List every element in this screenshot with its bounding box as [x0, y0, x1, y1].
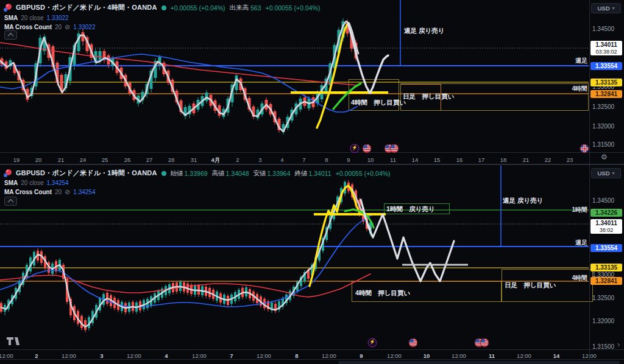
time-axis-label: 3 — [258, 156, 261, 163]
time-axis-label: 14 — [553, 352, 560, 359]
symbol-header-1h: GBPUSD・ポンド／米ドル・1時間・OANDA 始値 1.33969 高値 1… — [4, 169, 391, 178]
indicator-sma-4h[interactable]: SMA 20 close 1.33022 — [4, 15, 69, 21]
chevron-down-icon: ▾ — [612, 5, 615, 11]
price-tick: 1.31500 — [592, 141, 614, 148]
symbol-pair-logo — [4, 4, 12, 12]
price-tag-value: 1.32841 — [590, 90, 622, 98]
time-axis-label: 4 — [165, 352, 168, 359]
horizontal-scrollbar[interactable] — [338, 361, 620, 364]
low-value: 1.33964 — [268, 170, 291, 177]
indicator-macross-4h[interactable]: MA Cross Count 20 ⊘ 1.33022 — [4, 23, 95, 31]
time-axis-label: 3 — [100, 352, 103, 359]
price-tag-value: 1.33554 — [590, 244, 622, 252]
currency-select-4h[interactable]: USD ▾ — [591, 3, 621, 13]
us-event-icon[interactable] — [390, 144, 399, 153]
timeframe-level-label: 1時間 — [572, 206, 587, 214]
price-tag-countdown: 38:02 — [590, 227, 622, 233]
currency-select-1h[interactable]: USD ▾ — [591, 168, 621, 178]
tradingview-logo[interactable] — [6, 336, 23, 346]
indicator-value: 1.33022 — [46, 15, 68, 21]
price-tag: 1.33135 — [590, 264, 622, 271]
price-tag-value: 1.33135 — [590, 264, 622, 271]
indicator-params: 20 close — [21, 180, 43, 186]
disabled-icon: ⊘ — [65, 23, 70, 31]
time-axis-label: 12:00 — [192, 352, 207, 359]
time-axis-label: 14 — [412, 156, 419, 163]
us-event-icon[interactable] — [480, 338, 489, 348]
price-tag: 1.33554 — [590, 244, 622, 252]
chevron-up-icon — [8, 33, 14, 39]
indicator-name: SMA — [4, 15, 18, 21]
indicator-sma-1h[interactable]: SMA 20 close 1.34254 — [4, 180, 69, 186]
time-axis-label: 18 — [500, 156, 507, 163]
time-axis-label: 31 — [191, 156, 197, 163]
high-label: 高値 — [212, 169, 225, 178]
price-tag-value: 1.34011 — [590, 41, 622, 49]
time-axis-label: 7 — [302, 156, 305, 163]
indicator-value: 1.34254 — [46, 180, 68, 186]
currency-label: USD — [597, 5, 609, 12]
timeframe-level-label: 週足 — [575, 57, 587, 65]
symbol-header-4h: GBPUSD・ポンド／米ドル・4時間・OANDA +0.00055 (+0.04… — [4, 3, 320, 12]
price-tag: 1.33135 — [590, 79, 622, 86]
timeframe-level-label: 週足 — [575, 239, 587, 247]
collapse-panel-button-4h[interactable] — [4, 30, 17, 40]
time-axis-label: 17 — [478, 156, 485, 163]
lightning-event-icon[interactable]: ⚡ — [350, 144, 360, 153]
price-tick: 1.31500 — [592, 343, 614, 350]
time-axis-label: 12:00 — [387, 352, 402, 359]
us-event-icon[interactable] — [363, 144, 372, 153]
symbol-title-4h[interactable]: GBPUSD・ポンド／米ドル・4時間・OANDA — [16, 3, 157, 12]
time-axis-label: 7 — [230, 352, 233, 359]
price-tag-value: 1.33135 — [590, 79, 622, 86]
timeframe-level-label: 4時間 — [572, 85, 587, 93]
indicator-value: 1.33022 — [73, 24, 95, 30]
uk-event-icon[interactable] — [580, 144, 589, 153]
time-axis-label: 12:00 — [582, 352, 597, 359]
lightning-event-icon[interactable]: ⚡ — [368, 338, 377, 348]
close-value: 1.34011 — [309, 170, 332, 177]
time-axis-label: 8 — [325, 156, 328, 163]
symbol-title-1h[interactable]: GBPUSD・ポンド／米ドル・1時間・OANDA — [16, 169, 157, 178]
price-tag: 1.34226 — [590, 209, 622, 217]
disabled-icon: ⊘ — [65, 188, 70, 196]
time-axis-label: 24 — [80, 156, 87, 163]
time-axis-label: 4 — [280, 156, 283, 163]
time-axis-label: 19 — [13, 156, 20, 163]
time-axis-label: 10 — [424, 352, 430, 359]
time-axis-label: 23 — [567, 156, 573, 163]
open-value: 1.33969 — [185, 170, 208, 177]
time-axis-label: 8 — [295, 352, 298, 359]
price-tick: 1.32000 — [592, 318, 614, 324]
low-label: 安値 — [254, 169, 266, 178]
time-axis-label: 9 — [360, 352, 363, 359]
indicator-value: 1.34254 — [73, 189, 95, 195]
price-tag: 1.33554 — [590, 62, 622, 70]
indicator-macross-1h[interactable]: MA Cross Count 20 ⊘ 1.34254 — [4, 188, 95, 196]
collapse-panel-button-1h[interactable] — [4, 197, 17, 206]
price-tag-value: 1.34011 — [590, 219, 622, 227]
volume-label: 出来高 — [230, 4, 249, 12]
time-axis-label: 11 — [390, 156, 396, 163]
gear-icon[interactable]: ⚙ — [601, 153, 608, 161]
time-axis-label: 9 — [347, 156, 350, 163]
trading-app: 週足 戻り売り4時間 押し目買い日足 押し目買い1時間 戻り売り週足 戻り売り4… — [0, 0, 624, 364]
symbol-pair-logo — [4, 169, 12, 177]
currency-label: USD — [597, 170, 609, 177]
axis-collapse-chevron-icon[interactable]: › — [617, 340, 620, 349]
price-tag-value: 1.33554 — [590, 62, 622, 70]
time-axis-label: 28 — [168, 156, 175, 163]
time-axis-label: 21 — [58, 156, 65, 163]
price-change-4h: +0.00055 (+0.04%) — [171, 4, 225, 12]
close-label: 終値 — [295, 169, 308, 178]
market-status-dot — [161, 5, 166, 10]
high-value: 1.34048 — [226, 170, 249, 177]
price-tag: 1.32841 — [590, 90, 622, 98]
price-tag: 1.32841 — [590, 277, 622, 285]
price-tag-value: 1.32841 — [590, 277, 622, 285]
time-axis-label: 12:00 — [517, 352, 531, 359]
time-axis-label: 21 — [523, 156, 530, 163]
time-axis-label: 12:00 — [62, 352, 76, 359]
us-event-icon[interactable] — [409, 338, 418, 348]
time-axis-label: 25 — [102, 156, 108, 163]
